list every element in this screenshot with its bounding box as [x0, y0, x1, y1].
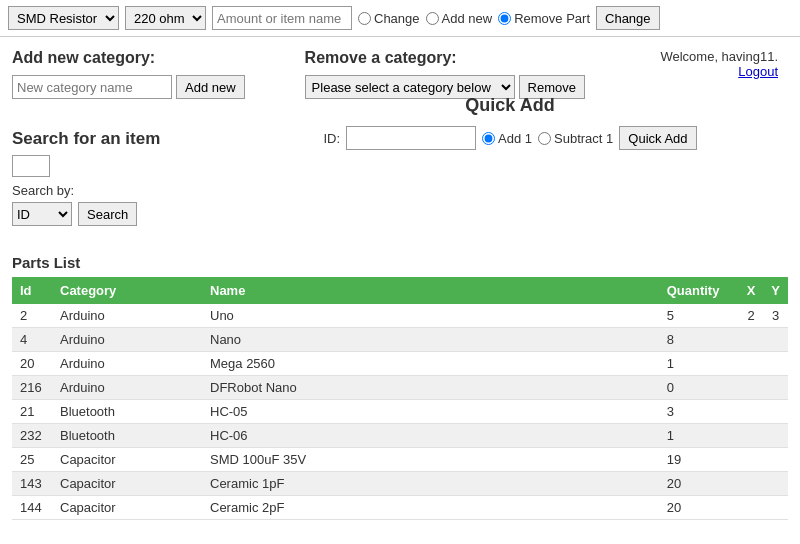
mid-section: Search for an item Search by: ID Name Ca… — [12, 125, 788, 234]
cell-y — [763, 448, 788, 472]
cell-category: Bluetooth — [52, 424, 202, 448]
content: Add new category: Add new Remove a categ… — [0, 37, 800, 528]
cell-category: Arduino — [52, 376, 202, 400]
cell-x — [739, 448, 764, 472]
quick-add-id-input[interactable] — [346, 126, 476, 150]
cell-y — [763, 352, 788, 376]
table-row: 232 Bluetooth HC-06 1 — [12, 424, 788, 448]
cell-id: 25 — [12, 448, 52, 472]
parts-list-heading: Parts List — [12, 254, 788, 271]
radio-remove-part-label[interactable]: Remove Part — [498, 11, 590, 26]
value-select[interactable]: 220 ohm 10 ohm 1k ohm — [125, 6, 206, 30]
table-row: 216 Arduino DFRobot Nano 0 — [12, 376, 788, 400]
table-row: 25 Capacitor SMD 100uF 35V 19 — [12, 448, 788, 472]
radio-add-new[interactable] — [426, 12, 439, 25]
remove-category-block: Remove a category: Please select a categ… — [305, 49, 585, 99]
table-header-row: Id Category Name Quantity X Y — [12, 277, 788, 304]
cell-category: Arduino — [52, 328, 202, 352]
add-category-heading: Add new category: — [12, 49, 245, 67]
search-by-row: Search by: — [12, 183, 232, 198]
table-row: 4 Arduino Nano 8 — [12, 328, 788, 352]
cell-id: 21 — [12, 400, 52, 424]
search-heading: Search for an item — [12, 129, 232, 149]
radio-change-label[interactable]: Change — [358, 11, 420, 26]
quick-add-radio-add-label[interactable]: Add 1 — [482, 131, 532, 146]
change-button[interactable]: Change — [596, 6, 660, 30]
table-row: 20 Arduino Mega 2560 1 — [12, 352, 788, 376]
cell-category: Arduino — [52, 304, 202, 328]
cell-quantity: 20 — [659, 496, 739, 520]
parts-section: Parts List Id Category Name Quantity X Y… — [12, 254, 788, 520]
cell-name: HC-05 — [202, 400, 659, 424]
cell-id: 232 — [12, 424, 52, 448]
quick-add-radio-subtract-label[interactable]: Subtract 1 — [538, 131, 613, 146]
cell-quantity: 20 — [659, 472, 739, 496]
search-controls-row: ID Name Category Search — [12, 202, 232, 226]
table-row: 21 Bluetooth HC-05 3 — [12, 400, 788, 424]
cell-x: 2 — [739, 304, 764, 328]
new-category-input[interactable] — [12, 75, 172, 99]
top-bar: SMD Resistor Arduino Bluetooth Capacitor… — [0, 0, 800, 37]
right-col: Quick Add ID: Add 1 Subtract 1 Quick Add — [232, 125, 788, 234]
cell-x — [739, 472, 764, 496]
cell-quantity: 5 — [659, 304, 739, 328]
col-name: Name — [202, 277, 659, 304]
cell-name: SMD 100uF 35V — [202, 448, 659, 472]
item-name-input[interactable] — [212, 6, 352, 30]
radio-change-text: Change — [374, 11, 420, 26]
search-section: Search for an item Search by: ID Name Ca… — [12, 129, 232, 226]
cell-id: 144 — [12, 496, 52, 520]
logout-link[interactable]: Logout — [660, 64, 778, 79]
cell-name: Mega 2560 — [202, 352, 659, 376]
add-category-block: Add new category: Add new — [12, 49, 245, 99]
left-col: Search for an item Search by: ID Name Ca… — [12, 125, 232, 234]
cell-quantity: 3 — [659, 400, 739, 424]
cell-name: Ceramic 2pF — [202, 496, 659, 520]
search-by-label: Search by: — [12, 183, 74, 198]
cell-quantity: 1 — [659, 424, 739, 448]
search-by-select[interactable]: ID Name Category — [12, 202, 72, 226]
quick-add-button[interactable]: Quick Add — [619, 126, 696, 150]
parts-table: Id Category Name Quantity X Y 2 Arduino … — [12, 277, 788, 520]
cell-id: 2 — [12, 304, 52, 328]
cell-id: 20 — [12, 352, 52, 376]
cell-name: HC-06 — [202, 424, 659, 448]
col-id: Id — [12, 277, 52, 304]
add-new-category-button[interactable]: Add new — [176, 75, 245, 99]
radio-remove-part-text: Remove Part — [514, 11, 590, 26]
cell-x — [739, 352, 764, 376]
cell-name: DFRobot Nano — [202, 376, 659, 400]
cell-y — [763, 496, 788, 520]
radio-add-new-label[interactable]: Add new — [426, 11, 493, 26]
cell-y: 3 — [763, 304, 788, 328]
col-quantity: Quantity — [659, 277, 739, 304]
quick-add-radio-subtract[interactable] — [538, 132, 551, 145]
cell-y — [763, 400, 788, 424]
cell-x — [739, 496, 764, 520]
col-category: Category — [52, 277, 202, 304]
cell-quantity: 19 — [659, 448, 739, 472]
search-button[interactable]: Search — [78, 202, 137, 226]
table-row: 2 Arduino Uno 5 2 3 — [12, 304, 788, 328]
cell-category: Capacitor — [52, 496, 202, 520]
cell-name: Nano — [202, 328, 659, 352]
cell-y — [763, 472, 788, 496]
cell-quantity: 0 — [659, 376, 739, 400]
category-select[interactable]: SMD Resistor Arduino Bluetooth Capacitor — [8, 6, 119, 30]
cell-y — [763, 424, 788, 448]
cell-id: 143 — [12, 472, 52, 496]
quick-add-radio-subtract-text: Subtract 1 — [554, 131, 613, 146]
table-row: 143 Capacitor Ceramic 1pF 20 — [12, 472, 788, 496]
radio-remove-part[interactable] — [498, 12, 511, 25]
cell-x — [739, 328, 764, 352]
remove-category-heading: Remove a category: — [305, 49, 585, 67]
search-text-input[interactable] — [12, 155, 50, 177]
cell-name: Uno — [202, 304, 659, 328]
col-y: Y — [763, 277, 788, 304]
id-label: ID: — [323, 131, 340, 146]
quick-add-radio-add[interactable] — [482, 132, 495, 145]
quick-add-row: ID: Add 1 Subtract 1 Quick Add — [323, 126, 696, 150]
cell-id: 216 — [12, 376, 52, 400]
category-section: Add new category: Add new Remove a categ… — [12, 45, 585, 99]
radio-change[interactable] — [358, 12, 371, 25]
